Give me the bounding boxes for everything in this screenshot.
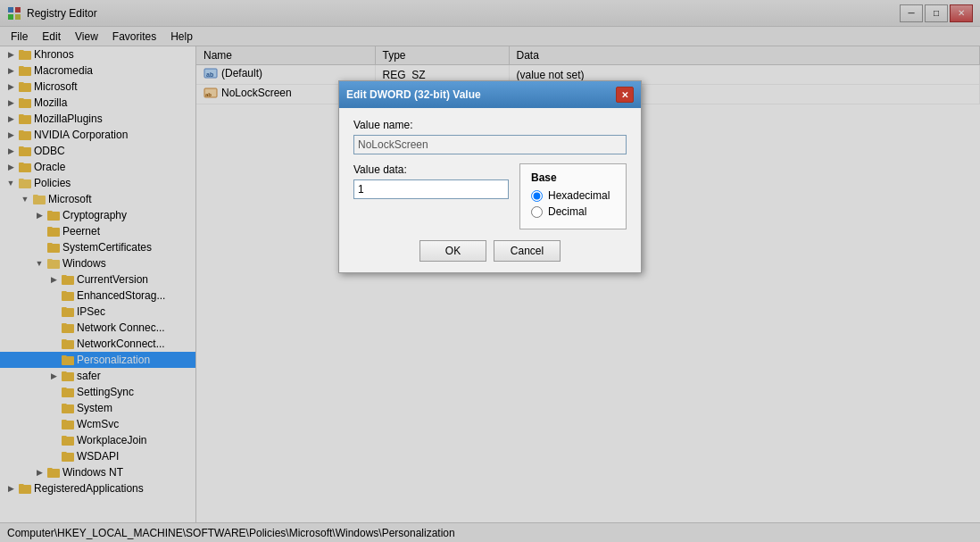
- edit-dword-dialog: Edit DWORD (32-bit) Value ✕ Value name: …: [338, 80, 642, 273]
- radio-hex-input[interactable]: [531, 190, 543, 202]
- dialog-overlay: Edit DWORD (32-bit) Value ✕ Value name: …: [0, 0, 980, 542]
- ok-button[interactable]: OK: [419, 240, 486, 262]
- radio-decimal[interactable]: Decimal: [531, 205, 615, 218]
- base-group: Base Hexadecimal Decimal: [519, 163, 627, 229]
- dialog-title: Edit DWORD (32-bit) Value: [346, 88, 481, 101]
- dialog-buttons: OK Cancel: [353, 240, 627, 262]
- base-label: Base: [531, 171, 615, 184]
- value-name-label: Value name:: [353, 119, 627, 131]
- value-data-input[interactable]: [353, 179, 509, 199]
- dialog-body: Value name: Value data: Base Hexadecimal: [339, 108, 641, 272]
- dialog-data-row: Value data: Base Hexadecimal Decimal: [353, 163, 627, 229]
- dialog-title-bar: Edit DWORD (32-bit) Value ✕: [339, 81, 641, 108]
- cancel-button[interactable]: Cancel: [494, 240, 561, 262]
- radio-decimal-input[interactable]: [531, 206, 543, 218]
- dialog-close-button[interactable]: ✕: [616, 87, 634, 103]
- value-name-input[interactable]: [353, 135, 627, 154]
- radio-decimal-label: Decimal: [548, 205, 586, 218]
- value-data-label: Value data:: [353, 163, 509, 176]
- radio-hexadecimal[interactable]: Hexadecimal: [531, 189, 615, 202]
- radio-hex-label: Hexadecimal: [548, 189, 610, 202]
- value-data-col: Value data:: [353, 163, 509, 229]
